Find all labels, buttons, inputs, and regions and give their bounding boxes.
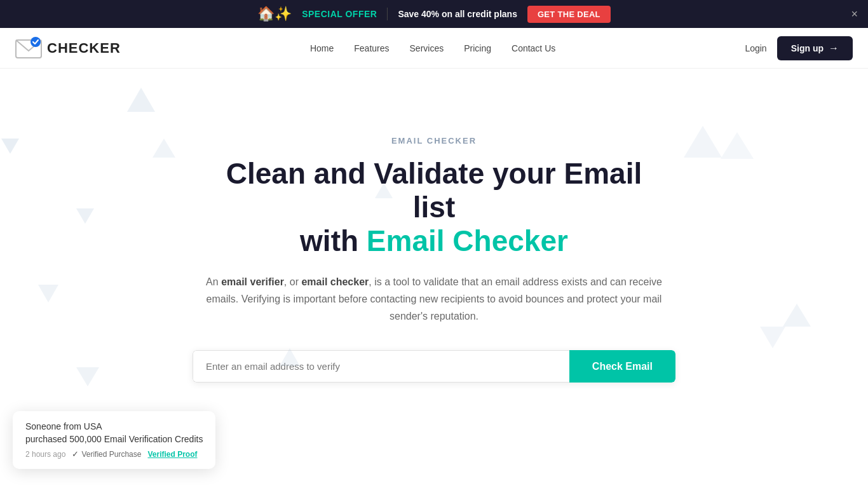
bold-email-verifier: email verifier	[221, 276, 284, 287]
deco-triangle-7	[721, 132, 754, 159]
nav-services[interactable]: Services	[410, 43, 444, 53]
deco-triangle-10	[76, 367, 99, 386]
deco-triangle-8	[783, 304, 811, 327]
deco-triangle-1	[127, 88, 155, 112]
arrow-icon: →	[829, 43, 839, 54]
check-icon: ✓	[72, 449, 79, 459]
description: An email verifier, or email checker, is …	[205, 273, 663, 325]
verified-proof-link[interactable]: Verified Proof	[147, 450, 197, 459]
nav-pricing[interactable]: Pricing	[464, 43, 491, 53]
email-input[interactable]	[193, 350, 569, 383]
notif-footer: 2 hours ago ✓ Verified Purchase Verified…	[25, 449, 203, 459]
nav-features[interactable]: Features	[354, 43, 389, 53]
notification-popup: Soneone from USA purchased 500,000 Email…	[13, 411, 215, 469]
verified-label: Verified Purchase	[81, 450, 141, 459]
logo-link[interactable]: CHECKER	[15, 37, 121, 60]
get-deal-button[interactable]: GET THE DEAL	[527, 6, 611, 23]
deco-triangle-9	[760, 327, 785, 348]
email-form: Check Email	[193, 350, 675, 383]
deco-triangle-3	[1, 139, 19, 154]
fire-icon: 🏠✨	[257, 6, 292, 22]
notif-main-text: Soneone from USA	[25, 421, 203, 431]
svg-point-1	[31, 37, 41, 47]
nav-right: Login Sign up →	[745, 36, 853, 60]
section-label: EMAIL CHECKER	[391, 136, 477, 146]
divider	[387, 8, 388, 20]
main-heading: Clean and Validate your Email list with …	[205, 157, 663, 258]
deco-triangle-4	[76, 208, 94, 224]
nav-links: Home Features Services Pricing Contact U…	[310, 43, 555, 54]
login-link[interactable]: Login	[745, 43, 766, 53]
special-offer-label: SPECIAL OFFER	[302, 9, 377, 19]
desc-part2: , or	[284, 276, 302, 287]
heading-highlight: Email Checker	[367, 224, 568, 257]
deco-triangle-2	[153, 139, 175, 158]
nav-contact[interactable]: Contact Us	[512, 43, 555, 53]
check-email-button[interactable]: Check Email	[569, 350, 675, 383]
top-banner: 🏠✨ SPECIAL OFFER Save 40% on all credit …	[0, 0, 868, 28]
notif-sub-text: purchased 500,000 Email Verification Cre…	[25, 434, 203, 444]
signup-label: Sign up	[791, 43, 824, 53]
main-content: EMAIL CHECKER Clean and Validate your Em…	[0, 69, 868, 437]
deco-triangle-11	[38, 285, 58, 302]
logo-envelope-icon	[15, 37, 42, 60]
heading-part1: Clean and Validate your Email list	[226, 157, 642, 224]
logo-text: CHECKER	[47, 40, 121, 57]
notif-time: 2 hours ago	[25, 450, 65, 459]
desc-part1: An	[206, 276, 221, 287]
bold-email-checker: email checker	[301, 276, 369, 287]
heading-part2: with	[300, 224, 367, 257]
navbar: CHECKER Home Features Services Pricing C…	[0, 28, 868, 69]
close-banner-button[interactable]: ×	[851, 8, 858, 20]
notif-verified: ✓ Verified Purchase	[72, 449, 141, 459]
save-text: Save 40% on all credit plans	[398, 9, 517, 19]
nav-home[interactable]: Home	[310, 43, 334, 53]
deco-triangle-6	[684, 126, 722, 158]
signup-button[interactable]: Sign up →	[777, 36, 853, 60]
